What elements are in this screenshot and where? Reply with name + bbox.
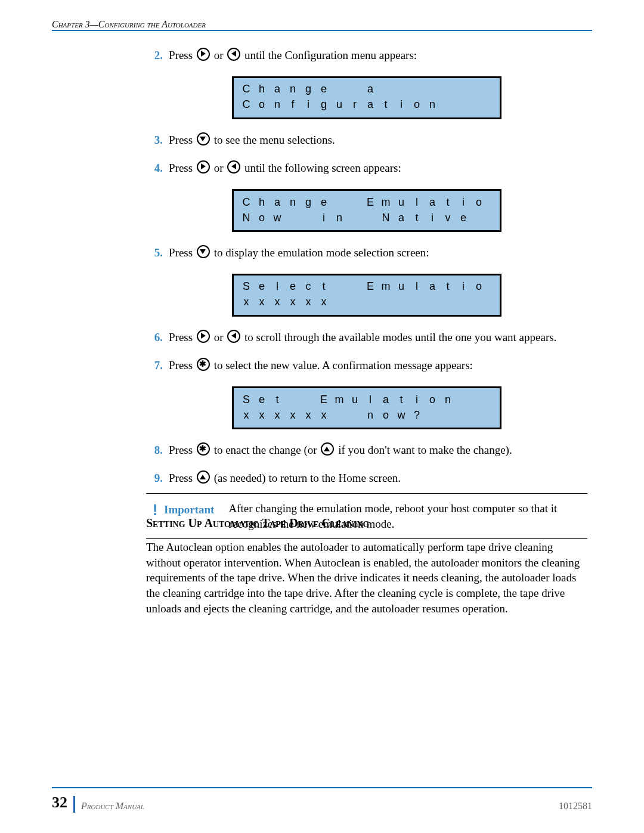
- left-arrow-icon: [227, 48, 240, 61]
- section-block: Setting Up Automatic Tape Drive Cleaning…: [146, 509, 587, 616]
- lcd-cell: [456, 392, 471, 407]
- lcd-cell: [440, 408, 456, 422]
- lcd-cell: l: [409, 195, 425, 209]
- lcd-cell: x: [285, 295, 301, 309]
- lcd-cell: [456, 295, 471, 309]
- lcd-cell: m: [378, 195, 394, 209]
- lcd-cell: c: [301, 279, 316, 293]
- lcd-cell: [456, 408, 471, 422]
- lcd-cell: a: [425, 279, 440, 293]
- lcd-cell: C: [239, 195, 254, 209]
- lcd-cell: i: [301, 97, 316, 112]
- step-number: 8.: [146, 442, 163, 458]
- step-text: Press to display the emulation mode sele…: [169, 245, 587, 261]
- lcd-cell: S: [239, 392, 254, 407]
- lcd-cell: E: [316, 392, 332, 407]
- lcd-cell: x: [270, 408, 285, 422]
- lcd-cell: [471, 82, 487, 96]
- lcd-cell: ?: [409, 408, 425, 422]
- lcd-cell: [440, 82, 456, 96]
- lcd-cell: [347, 279, 363, 293]
- lcd-cell: [332, 195, 347, 209]
- lcd-cell: [394, 295, 409, 309]
- lcd-cell: h: [254, 195, 270, 209]
- lcd-cell: C: [239, 97, 254, 112]
- lcd-cell: [332, 279, 347, 293]
- text: to see the menu selections.: [214, 134, 335, 146]
- lcd-cell: [347, 195, 363, 209]
- down-arrow-icon: [197, 245, 210, 258]
- step-5: 5. Press to display the emulation mode s…: [146, 245, 587, 261]
- lcd-cell: l: [363, 392, 378, 407]
- lcd-cell: w: [394, 408, 409, 422]
- lcd-cell: a: [378, 392, 394, 407]
- lcd-cell: o: [254, 97, 270, 112]
- lcd-cell: t: [440, 195, 456, 209]
- text: Press: [169, 162, 196, 174]
- lcd-cell: [456, 97, 471, 112]
- lcd-cell: [409, 82, 425, 96]
- lcd-cell: [347, 295, 363, 309]
- lcd-cell: u: [394, 195, 409, 209]
- lcd-row: Set Emulation: [239, 392, 495, 407]
- lcd-row: Now in Native: [239, 210, 495, 225]
- section-para: The Autoclean option enables the autoloa…: [146, 540, 587, 616]
- lcd-row: Change Emulatio: [239, 194, 495, 210]
- step-number: 3.: [146, 132, 163, 148]
- footer-rule: [52, 787, 592, 788]
- step-text: Press or until the Configuration menu ap…: [169, 48, 587, 63]
- lcd-cell: [440, 97, 456, 112]
- footer-right-text: 1012581: [559, 800, 592, 813]
- step-text: Press to see the menu selections.: [169, 132, 587, 148]
- lcd-cell: i: [456, 195, 471, 209]
- right-arrow-icon: [197, 160, 210, 174]
- lcd-cell: i: [409, 392, 425, 407]
- running-header: Chapter 3—Configuring the Autoloader: [52, 18, 592, 31]
- lcd-cell: E: [363, 279, 378, 293]
- lcd-cell: n: [285, 82, 301, 96]
- lcd-cell: o: [254, 210, 270, 225]
- lcd-screen-2: Change Emulatio Now in Native: [232, 189, 501, 232]
- lcd-cell: n: [363, 408, 378, 422]
- lcd-cell: [378, 295, 394, 309]
- lcd-cell: x: [254, 408, 270, 422]
- lcd-cell: N: [378, 210, 394, 225]
- lcd-cell: [456, 82, 471, 96]
- lcd-cell: o: [471, 279, 487, 293]
- lcd-row: xxxxxx now?: [239, 407, 495, 423]
- step-6: 6. Press or to scroll through the availa…: [146, 330, 587, 345]
- lcd-row: Change a: [239, 82, 495, 97]
- text: until the following screen appears:: [244, 162, 401, 174]
- lcd-cell: n: [425, 97, 440, 112]
- left-arrow-icon: [227, 160, 240, 174]
- lcd-cell: [425, 408, 440, 422]
- lcd-cell: r: [347, 97, 363, 112]
- lcd-cell: [332, 408, 347, 422]
- lcd-cell: a: [270, 82, 285, 96]
- step-text: Press (as needed) to return to the Home …: [169, 470, 587, 486]
- step-text: Press to select the new value. A confirm…: [169, 358, 587, 373]
- lcd-cell: o: [471, 195, 487, 209]
- lcd-cell: m: [378, 279, 394, 293]
- lcd-cell: n: [285, 195, 301, 209]
- lcd-cell: x: [301, 295, 316, 309]
- lcd-cell: [332, 295, 347, 309]
- lcd-cell: x: [254, 295, 270, 309]
- step-number: 5.: [146, 245, 163, 261]
- lcd-row: Configuration: [239, 97, 495, 113]
- lcd-cell: i: [425, 210, 440, 225]
- lcd-cell: m: [332, 392, 347, 407]
- main-content: 2. Press or until the Configuration menu…: [146, 48, 587, 556]
- lcd-cell: [285, 210, 301, 225]
- lcd-cell: [471, 392, 487, 407]
- enter-icon: [197, 358, 210, 371]
- lcd-cell: h: [254, 82, 270, 96]
- lcd-cell: g: [301, 82, 316, 96]
- up-arrow-icon: [197, 470, 210, 484]
- lcd-cell: u: [394, 279, 409, 293]
- lcd-cell: a: [425, 195, 440, 209]
- footer-left-text: Product Manual: [81, 800, 144, 813]
- lcd-cell: [471, 408, 487, 422]
- step-4: 4. Press or until the following screen a…: [146, 160, 587, 176]
- text: to scroll through the available modes un…: [244, 331, 556, 343]
